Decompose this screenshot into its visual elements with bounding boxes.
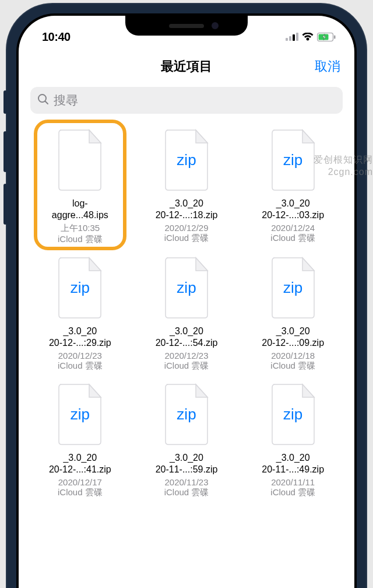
file-item[interactable]: log-aggre...48.ips 上午10:35 iCloud 雲碟: [29, 129, 131, 245]
file-name: _3.0_2020-12-...:03.zip: [262, 198, 324, 221]
file-type-label: zip: [283, 405, 302, 424]
status-icons: [286, 33, 336, 41]
file-item[interactable]: zip _3.0_2020-12-...:09.zip 2020/12/18 i…: [242, 257, 344, 372]
document-icon: zip: [55, 257, 104, 318]
file-type-label: zip: [283, 151, 302, 169]
document-icon: [55, 129, 104, 191]
cancel-button[interactable]: 取消: [315, 58, 340, 75]
status-time: 10:40: [42, 30, 71, 44]
file-timestamp: 2020/11/11: [271, 477, 315, 487]
file-name: _3.0_2020-12-...:29.zip: [49, 326, 111, 349]
file-timestamp: 2020/12/17: [58, 477, 102, 487]
file-name: log-aggre...48.ips: [52, 198, 108, 221]
file-type-label: zip: [283, 279, 302, 297]
document-icon: zip: [162, 383, 211, 445]
files-grid: log-aggre...48.ips 上午10:35 iCloud 雲碟 zip…: [19, 122, 354, 505]
file-timestamp: 上午10:35: [61, 223, 100, 234]
file-location: iCloud 雲碟: [164, 233, 209, 244]
file-location: iCloud 雲碟: [270, 360, 315, 372]
file-type-label: zip: [177, 279, 196, 297]
search-placeholder: 搜尋: [54, 92, 78, 108]
wifi-icon: [302, 33, 314, 41]
svg-rect-2: [293, 34, 295, 41]
screen: 10:40: [19, 16, 354, 588]
file-name: _3.0_2020-12-...:18.zip: [156, 198, 218, 221]
file-timestamp: 2020/12/18: [271, 351, 315, 360]
svg-rect-0: [286, 38, 288, 41]
document-icon: zip: [55, 383, 104, 445]
file-timestamp: 2020/12/23: [58, 351, 102, 360]
cellular-signal-icon: [286, 33, 298, 41]
search-icon: [37, 93, 49, 107]
notch: [125, 16, 248, 36]
file-name: _3.0_2020-12-...:09.zip: [262, 326, 324, 349]
file-type-label: zip: [71, 405, 90, 424]
file-location: iCloud 雲碟: [58, 487, 103, 498]
page-title: 最近項目: [161, 58, 212, 75]
file-location: iCloud 雲碟: [164, 487, 209, 498]
file-type-label: zip: [71, 279, 90, 297]
document-icon: zip: [162, 129, 211, 191]
svg-rect-1: [289, 36, 291, 41]
file-timestamp: 2020/12/24: [271, 223, 315, 233]
side-button: [3, 131, 7, 172]
file-name: _3.0_2020-12-...:54.zip: [156, 326, 218, 349]
search-input[interactable]: 搜尋: [30, 87, 343, 114]
file-type-label: zip: [177, 151, 196, 169]
nav-header: 最近項目 取消: [19, 50, 354, 83]
file-item[interactable]: zip _3.0_2020-12-...:54.zip 2020/12/23 i…: [136, 257, 238, 372]
file-timestamp: 2020/12/29: [164, 223, 208, 233]
side-button: [3, 90, 7, 114]
file-item[interactable]: zip _3.0_2020-12-...:41.zip 2020/12/17 i…: [29, 383, 131, 498]
svg-line-8: [45, 102, 48, 104]
battery-charging-icon: [317, 33, 336, 41]
document-icon: zip: [269, 383, 318, 445]
file-location: iCloud 雲碟: [270, 487, 315, 498]
file-type-label: zip: [177, 405, 196, 424]
file-timestamp: 2020/12/23: [164, 351, 208, 360]
file-item[interactable]: zip _3.0_2020-12-...:18.zip 2020/12/29 i…: [136, 129, 238, 245]
file-item[interactable]: zip _3.0_2020-12-...:03.zip 2020/12/24 i…: [242, 129, 344, 245]
document-icon: zip: [269, 129, 318, 191]
phone-frame: 10:40: [6, 3, 367, 588]
document-icon: zip: [162, 257, 211, 318]
file-location: iCloud 雲碟: [164, 360, 209, 372]
file-item[interactable]: zip _3.0_2020-11-...:59.zip 2020/11/23 i…: [136, 383, 238, 498]
file-timestamp: 2020/11/23: [164, 477, 208, 487]
svg-rect-3: [296, 33, 298, 41]
file-location: iCloud 雲碟: [58, 234, 103, 245]
watermark: 爱创根知识网 2cgn.com: [314, 154, 373, 178]
file-location: iCloud 雲碟: [58, 360, 103, 372]
svg-rect-6: [334, 35, 336, 38]
file-item[interactable]: zip _3.0_2020-12-...:29.zip 2020/12/23 i…: [29, 257, 131, 372]
file-name: _3.0_2020-12-...:41.zip: [49, 452, 111, 475]
side-button: [3, 184, 7, 225]
file-item[interactable]: zip _3.0_2020-11-...:49.zip 2020/11/11 i…: [242, 383, 344, 498]
file-name: _3.0_2020-11-...:59.zip: [156, 452, 218, 475]
file-location: iCloud 雲碟: [270, 233, 315, 244]
file-name: _3.0_2020-11-...:49.zip: [262, 452, 324, 475]
document-icon: zip: [269, 257, 318, 318]
